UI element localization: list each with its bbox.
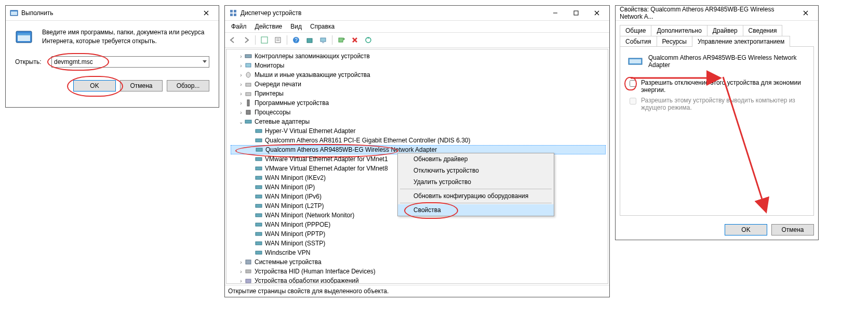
annotation-arrow xyxy=(620,47,812,218)
ok-button[interactable]: OK xyxy=(725,224,767,236)
svg-rect-32 xyxy=(256,148,262,151)
svg-rect-31 xyxy=(256,139,262,142)
run-titlebar[interactable]: Выполнить xyxy=(6,6,219,21)
monitor-icon[interactable] xyxy=(317,34,329,46)
ctx-remove-device[interactable]: Удалить устройство xyxy=(398,176,554,188)
svg-rect-38 xyxy=(256,204,262,207)
uninstall-icon[interactable] xyxy=(349,34,360,46)
menu-file[interactable]: Файл xyxy=(227,22,251,31)
svg-rect-26 xyxy=(246,93,251,96)
adapter-item[interactable]: Hyper-V Virtual Ethernet Adapter xyxy=(231,126,606,136)
help-icon[interactable]: ? xyxy=(290,34,302,46)
show-hide-tree-icon[interactable] xyxy=(259,34,270,46)
svg-rect-22 xyxy=(245,55,251,58)
scan-hardware-icon[interactable] xyxy=(304,34,315,46)
devmgr-titlebar[interactable]: Диспетчер устройств xyxy=(225,6,609,21)
back-icon[interactable] xyxy=(227,34,238,46)
devmgr-icon xyxy=(229,9,237,17)
cat-print-queues[interactable]: ›Очереди печати xyxy=(231,80,606,89)
ctx-properties[interactable]: Свойства xyxy=(398,204,554,216)
svg-rect-44 xyxy=(246,260,251,264)
forward-icon[interactable] xyxy=(241,34,252,46)
svg-rect-10 xyxy=(574,11,578,15)
svg-rect-45 xyxy=(246,270,251,273)
tab-power[interactable]: Управление электропитанием xyxy=(692,36,790,47)
adapter-item[interactable]: WAN Miniport (PPPOE) xyxy=(231,220,606,229)
svg-rect-36 xyxy=(256,186,262,189)
menu-action[interactable]: Действие xyxy=(251,22,287,31)
svg-rect-17 xyxy=(307,38,312,43)
adapter-item[interactable]: Windscribe VPN xyxy=(231,248,606,257)
svg-point-24 xyxy=(246,72,250,77)
svg-rect-25 xyxy=(246,83,251,86)
svg-rect-46 xyxy=(246,279,251,283)
tab-events[interactable]: События xyxy=(620,36,657,47)
tab-general[interactable]: Общие xyxy=(620,25,651,36)
open-input[interactable] xyxy=(51,56,209,68)
ctx-scan-hardware[interactable]: Обновить конфигурацию оборудования xyxy=(398,190,554,202)
cat-hid[interactable]: ›Устройства HID (Human Interface Devices… xyxy=(231,267,606,276)
svg-rect-43 xyxy=(256,251,262,254)
close-button[interactable] xyxy=(795,6,816,20)
prop-title: Свойства: Qualcomm Atheros AR9485WB-EG W… xyxy=(620,6,795,20)
maximize-button[interactable] xyxy=(566,6,586,20)
svg-rect-28 xyxy=(246,110,250,114)
update-driver-icon[interactable] xyxy=(363,34,374,46)
menu-help[interactable]: Справка xyxy=(306,22,339,31)
tab-panel: Qualcomm Atheros AR9485WB-EG Wireless Ne… xyxy=(620,46,814,216)
device-manager-window: Диспетчер устройств Файл Действие Вид Сп… xyxy=(224,5,610,297)
cat-printers[interactable]: ›Принтеры xyxy=(231,89,606,98)
svg-rect-11 xyxy=(261,37,268,43)
properties-icon[interactable] xyxy=(272,34,284,46)
svg-rect-34 xyxy=(256,167,262,170)
svg-rect-30 xyxy=(256,129,262,133)
allow-wake-label: Разрешить этому устройству выводить комп… xyxy=(641,97,806,111)
svg-rect-41 xyxy=(256,232,262,236)
cat-software-devices[interactable]: ›Программные устройства xyxy=(231,98,606,108)
run-dialog: Выполнить Введите имя программы, папки, … xyxy=(5,5,219,108)
ctx-disable-device[interactable]: Отключить устройство xyxy=(398,165,554,176)
svg-rect-48 xyxy=(630,59,641,63)
svg-rect-42 xyxy=(256,242,262,245)
ok-button[interactable]: OK xyxy=(73,80,116,91)
adapter-item[interactable]: WAN Miniport (PPTP) xyxy=(231,229,606,239)
prop-body: Общие Дополнительно Драйвер Сведения Соб… xyxy=(616,21,818,220)
svg-rect-5 xyxy=(230,10,233,12)
adapter-item[interactable]: Qualcomm Atheros AR8161 PCI-E Gigabit Et… xyxy=(231,136,606,145)
allow-turnoff-label: Разрешить отключение этого устройства дл… xyxy=(641,79,806,94)
close-button[interactable] xyxy=(586,6,607,20)
cancel-button[interactable]: Отмена xyxy=(120,80,163,91)
prop-titlebar[interactable]: Свойства: Qualcomm Atheros AR9485WB-EG W… xyxy=(616,6,818,21)
dropdown-icon[interactable] xyxy=(201,58,208,66)
tab-details[interactable]: Сведения xyxy=(743,25,783,36)
cat-storage-controllers[interactable]: ›Контроллеры запоминающих устройств xyxy=(231,51,606,61)
browse-button[interactable]: Обзор... xyxy=(167,80,209,91)
cat-imaging[interactable]: ›Устройства обработки изображений xyxy=(231,276,606,284)
cat-monitors[interactable]: ›Мониторы xyxy=(231,61,606,70)
cat-processors[interactable]: ›Процессоры xyxy=(231,108,606,117)
context-menu: Обновить драйвер Отключить устройство Уд… xyxy=(397,153,554,216)
svg-rect-20 xyxy=(339,38,343,42)
run-logo-icon xyxy=(15,28,36,47)
menubar: Файл Действие Вид Справка xyxy=(225,21,609,33)
enable-icon[interactable] xyxy=(336,34,347,46)
close-button[interactable] xyxy=(196,6,217,20)
open-label: Открыть: xyxy=(15,58,51,66)
tab-driver[interactable]: Драйвер xyxy=(707,25,743,36)
menu-view[interactable]: Вид xyxy=(286,22,306,31)
run-body: Введите имя программы, папки, документа … xyxy=(6,21,219,97)
minimize-button[interactable] xyxy=(545,6,566,20)
tab-advanced[interactable]: Дополнительно xyxy=(651,25,707,36)
svg-rect-35 xyxy=(256,176,262,179)
run-instruction: Введите имя программы, папки, документа … xyxy=(42,28,209,47)
tab-resources[interactable]: Ресурсы xyxy=(657,36,692,47)
adapter-item[interactable]: WAN Miniport (SSTP) xyxy=(231,239,606,248)
ctx-update-driver[interactable]: Обновить драйвер xyxy=(398,153,554,165)
allow-turnoff-checkbox[interactable] xyxy=(630,80,636,87)
svg-rect-29 xyxy=(245,120,251,123)
cat-system-devices[interactable]: ›Системные устройства xyxy=(231,257,606,267)
cat-mice[interactable]: ›Мыши и иные указывающие устройства xyxy=(231,70,606,80)
cancel-button[interactable]: Отмена xyxy=(771,224,814,236)
cat-network-adapters[interactable]: ⌄Сетевые адаптеры xyxy=(231,117,606,126)
svg-rect-23 xyxy=(246,63,251,67)
